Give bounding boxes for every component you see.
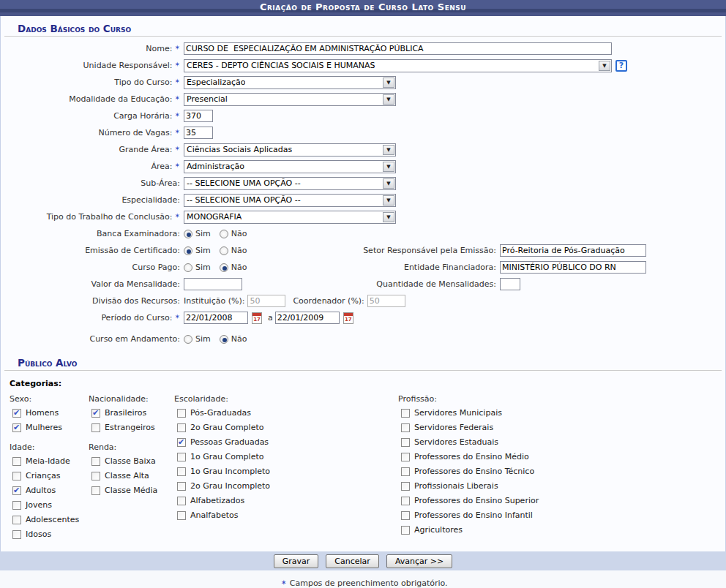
chevron-down-icon[interactable]: ▼ bbox=[383, 212, 394, 222]
chevron-down-icon[interactable]: ▼ bbox=[383, 195, 394, 206]
checkbox[interactable] bbox=[401, 526, 410, 535]
valor-mensalidade-input[interactable] bbox=[184, 278, 242, 290]
checkbox-item: Idosos bbox=[12, 529, 89, 539]
checkbox-item: Servidores Federais bbox=[401, 423, 539, 432]
checkbox[interactable] bbox=[401, 467, 410, 476]
checkbox[interactable] bbox=[91, 423, 100, 432]
setor-emissao-input[interactable] bbox=[500, 244, 646, 257]
tipo-curso-select[interactable]: Especialização ▼ bbox=[184, 76, 396, 89]
required-note-text: Campos de preenchimento obrigatório. bbox=[290, 578, 448, 588]
checkbox-item: 1o Grau Incompleto bbox=[177, 467, 398, 476]
periodo-inicio-input[interactable] bbox=[184, 312, 248, 324]
checkbox[interactable] bbox=[12, 516, 21, 524]
required-star-icon: ✶ bbox=[174, 162, 180, 169]
calendar-icon[interactable]: 17 bbox=[252, 312, 262, 324]
curso-pago-sim-radio[interactable] bbox=[184, 263, 192, 272]
checkbox[interactable] bbox=[401, 482, 410, 491]
checkbox-label: Analfabetos bbox=[190, 510, 238, 520]
radio-label: Sim bbox=[195, 229, 211, 238]
required-star-icon: ✶ bbox=[174, 111, 180, 118]
coordenador-label: Coordenador (%): bbox=[293, 296, 364, 306]
checkbox-item: Professores do Ensino Técnico bbox=[401, 467, 539, 476]
checkbox[interactable] bbox=[401, 453, 410, 461]
chevron-down-icon[interactable]: ▼ bbox=[383, 178, 394, 189]
checkbox[interactable] bbox=[177, 409, 186, 418]
checkbox[interactable] bbox=[177, 482, 186, 491]
checkbox[interactable] bbox=[177, 423, 186, 432]
nome-input[interactable] bbox=[184, 42, 612, 55]
checkbox[interactable] bbox=[12, 486, 21, 495]
field-label: Valor da Mensalidade: bbox=[1, 279, 180, 289]
calendar-icon[interactable]: 17 bbox=[343, 312, 353, 324]
banca-sim-radio[interactable] bbox=[184, 230, 192, 238]
unidade-select[interactable]: CERES - DEPTO CIÊNCIAS SOCIAIS E HUMANAS… bbox=[184, 59, 612, 72]
area-select[interactable]: Administração ▼ bbox=[184, 160, 396, 173]
tipo-trabalho-select[interactable]: MONOGRAFIA ▼ bbox=[184, 211, 396, 224]
radio-label: Não bbox=[231, 229, 247, 238]
section-title-audience: Público Alvo bbox=[4, 353, 722, 371]
avancar-button[interactable]: Avançar >> bbox=[386, 554, 452, 568]
field-label: Especialidade: bbox=[1, 195, 180, 205]
audience-column: Profissão:Servidores MunicipaisServidore… bbox=[398, 394, 539, 544]
periodo-fim-input[interactable] bbox=[275, 312, 340, 324]
audience-group: Escolaridade:Pós-Graduadas2o Grau Comple… bbox=[174, 394, 398, 520]
checkbox-label: Brasileiros bbox=[105, 408, 146, 418]
chevron-down-icon[interactable]: ▼ bbox=[383, 94, 394, 105]
categories-label: Categorias: bbox=[10, 379, 725, 388]
checkbox[interactable] bbox=[177, 497, 186, 505]
checkbox[interactable] bbox=[12, 457, 21, 466]
checkbox[interactable] bbox=[401, 497, 410, 505]
row-unidade: Unidade Responsável:✶ CERES - DEPTO CIÊN… bbox=[1, 57, 725, 74]
checkbox[interactable] bbox=[91, 457, 100, 466]
grande-area-select[interactable]: Ciências Sociais Aplicadas ▼ bbox=[184, 143, 396, 157]
help-icon[interactable]: ? bbox=[615, 60, 627, 72]
audience-group: Renda:Classe BaixaClasse AltaClasse Médi… bbox=[89, 442, 174, 495]
checkbox-item: 2o Grau Incompleto bbox=[177, 481, 398, 491]
chevron-down-icon[interactable]: ▼ bbox=[383, 162, 394, 172]
coordenador-percent-input bbox=[367, 295, 405, 307]
checkbox[interactable] bbox=[401, 423, 410, 432]
required-star-icon: ✶ bbox=[174, 128, 180, 135]
carga-horaria-input[interactable] bbox=[184, 110, 213, 122]
banca-nao-radio[interactable] bbox=[220, 230, 228, 238]
especialidade-select[interactable]: -- SELECIONE UMA OPÇÃO -- ▼ bbox=[184, 194, 396, 207]
gravar-button[interactable]: Gravar bbox=[274, 554, 319, 568]
label-text: Especialidade: bbox=[121, 195, 180, 205]
modalidade-select[interactable]: Presencial ▼ bbox=[184, 93, 396, 106]
checkbox-item: Mulheres bbox=[12, 423, 89, 432]
checkbox[interactable] bbox=[12, 530, 21, 539]
checkbox[interactable] bbox=[91, 486, 100, 495]
checkbox[interactable] bbox=[401, 438, 410, 447]
checkbox[interactable] bbox=[12, 472, 21, 480]
checkbox[interactable] bbox=[12, 501, 21, 510]
checkbox[interactable] bbox=[401, 511, 410, 520]
qtd-mensalidades-input[interactable] bbox=[500, 278, 520, 290]
chevron-down-icon[interactable]: ▼ bbox=[599, 61, 610, 71]
row-divisao-recursos: Divisão dos Recursos: Instituição (%): C… bbox=[1, 293, 725, 309]
numero-vagas-input[interactable] bbox=[184, 127, 213, 139]
checkbox[interactable] bbox=[12, 423, 21, 432]
checkbox[interactable] bbox=[177, 511, 186, 520]
field-label: Divisão dos Recursos: bbox=[1, 296, 180, 306]
checkbox[interactable] bbox=[91, 409, 100, 418]
checkbox[interactable] bbox=[177, 438, 186, 447]
checkbox-label: Pessoas Graduadas bbox=[190, 437, 269, 447]
emissao-nao-radio[interactable] bbox=[220, 246, 228, 255]
andamento-sim-radio[interactable] bbox=[184, 335, 192, 344]
andamento-nao-radio[interactable] bbox=[220, 335, 228, 344]
checkbox[interactable] bbox=[12, 409, 21, 418]
sub-area-select[interactable]: -- SELECIONE UMA OPÇÃO -- ▼ bbox=[184, 177, 396, 190]
instituicao-label: Instituição (%): bbox=[184, 296, 244, 306]
checkbox[interactable] bbox=[177, 467, 186, 476]
checkbox-item: Pós-Graduadas bbox=[177, 408, 398, 418]
chevron-down-icon[interactable]: ▼ bbox=[383, 78, 394, 88]
checkbox[interactable] bbox=[401, 409, 410, 418]
date-separator: a bbox=[268, 313, 273, 323]
checkbox[interactable] bbox=[177, 453, 186, 461]
entidade-financiadora-input[interactable] bbox=[500, 261, 646, 274]
chevron-down-icon[interactable]: ▼ bbox=[383, 145, 394, 155]
cancelar-button[interactable]: Cancelar bbox=[326, 554, 379, 568]
emissao-sim-radio[interactable] bbox=[184, 246, 192, 255]
curso-pago-nao-radio[interactable] bbox=[220, 263, 228, 272]
checkbox[interactable] bbox=[91, 472, 100, 480]
